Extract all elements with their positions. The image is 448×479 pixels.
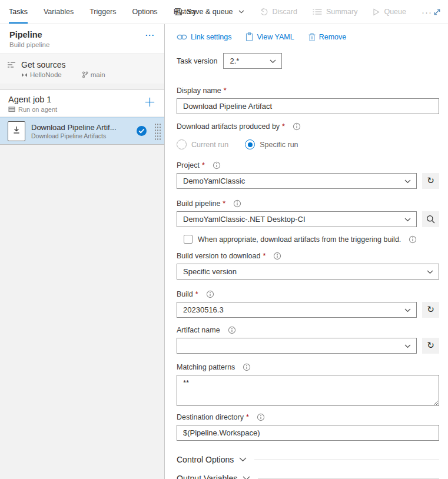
chevron-down-icon	[404, 308, 411, 312]
link-settings-button[interactable]: Link settings	[177, 33, 231, 41]
tab-tasks[interactable]: Tasks	[9, 0, 28, 24]
pipeline-subtitle: Build pipeline	[9, 41, 49, 48]
top-toolbar: Tasks Variables Triggers Options History…	[0, 0, 448, 24]
task-selected-check-icon	[137, 126, 147, 136]
display-name-label: Display name	[177, 87, 221, 95]
agent-icon	[8, 107, 15, 113]
radio-current-run[interactable]: Current run	[177, 139, 228, 149]
display-name-input[interactable]	[177, 98, 439, 114]
info-icon[interactable]	[409, 235, 417, 244]
remove-task-button[interactable]: Remove	[308, 33, 347, 41]
tab-variables[interactable]: Variables	[44, 0, 74, 24]
build-pipeline-select[interactable]: DemoYamlClassic-.NET Desktop-CI	[177, 211, 417, 227]
pipeline-title: Pipeline	[9, 30, 49, 40]
sidebar-gap	[0, 84, 164, 89]
list-icon	[313, 8, 322, 15]
agent-job-subtitle: Run on agent	[18, 106, 57, 113]
view-yaml-button[interactable]: View YAML	[245, 32, 294, 41]
azure-repos-icon	[21, 72, 28, 78]
task-version-select[interactable]: 2.*	[223, 53, 282, 69]
output-variables-section[interactable]: Output Variables	[177, 474, 439, 479]
destination-directory-label: Destination directory	[177, 413, 244, 421]
agent-job-title: Agent job 1	[8, 95, 57, 105]
radio-circle-checked	[245, 139, 255, 149]
info-icon[interactable]	[206, 290, 214, 298]
radio-specific-run[interactable]: Specific run	[245, 139, 298, 149]
build-version-label: Build version to download	[177, 252, 260, 260]
task-version-label: Task version	[177, 57, 217, 65]
tab-options[interactable]: Options	[132, 0, 158, 24]
clipboard-icon	[245, 32, 253, 41]
matching-patterns-textarea[interactable]: **	[177, 375, 439, 406]
save-and-queue-button[interactable]: Save & queue	[174, 8, 244, 16]
pipeline-sidebar: Pipeline Build pipeline ··· Get sources …	[0, 24, 165, 479]
tab-triggers[interactable]: Triggers	[89, 0, 116, 24]
chevron-down-icon	[243, 476, 250, 479]
task-drag-handle[interactable]	[154, 122, 161, 140]
task-title: Download Pipeline Artif...	[31, 123, 131, 132]
sources-icon	[7, 61, 16, 78]
fullscreen-expand-icon[interactable]	[432, 0, 442, 24]
destination-directory-input[interactable]	[177, 425, 439, 441]
repo-name: HelloNode	[21, 71, 62, 78]
triggering-build-label: When appropriate, download artifacts fro…	[198, 235, 401, 244]
project-select[interactable]: DemoYamlClassic	[177, 173, 417, 189]
task-subtitle: Download Pipeline Artifacts	[31, 132, 131, 139]
chevron-down-icon	[270, 59, 276, 64]
pipeline-header: Pipeline Build pipeline ···	[0, 24, 164, 54]
control-options-section[interactable]: Control Options	[177, 455, 439, 464]
agent-job-header[interactable]: Agent job 1 Run on agent	[0, 89, 164, 117]
chevron-down-icon	[404, 218, 411, 222]
link-icon	[177, 34, 187, 41]
get-sources-label: Get sources	[21, 60, 157, 69]
chevron-down-icon	[404, 179, 411, 184]
project-label: Project	[177, 161, 200, 169]
info-icon[interactable]	[243, 363, 251, 371]
info-icon[interactable]	[293, 122, 301, 131]
triggering-build-checkbox[interactable]	[184, 235, 193, 244]
get-sources-item[interactable]: Get sources HelloNode main	[0, 54, 164, 84]
add-task-button[interactable]	[144, 96, 156, 108]
refresh-project-button[interactable]: ↻	[422, 173, 439, 189]
save-icon	[174, 8, 182, 16]
discard-button[interactable]: Discard	[260, 8, 297, 16]
artifact-name-select[interactable]	[177, 338, 417, 354]
info-icon[interactable]	[273, 252, 281, 260]
build-select[interactable]: 20230516.3	[177, 302, 417, 318]
pipeline-tabs: Tasks Variables Triggers Options History	[0, 0, 160, 24]
trash-icon	[308, 33, 316, 41]
info-icon[interactable]	[257, 413, 265, 421]
chevron-down-icon	[239, 457, 247, 462]
section-divider	[258, 478, 439, 479]
refresh-build-button[interactable]: ↻	[422, 302, 439, 318]
chevron-down-icon	[427, 270, 433, 274]
toolbar-commands: Save & queue Discard Summary Queue ···	[174, 0, 432, 24]
pipeline-menu-button[interactable]: ···	[145, 30, 155, 40]
task-actions: Link settings View YAML Remove	[177, 32, 448, 41]
info-icon[interactable]	[213, 161, 221, 169]
task-settings-panel: Link settings View YAML Remove Task vers…	[165, 24, 448, 479]
matching-patterns-label: Matching patterns	[177, 363, 235, 371]
chevron-down-icon	[238, 10, 244, 14]
produced-by-label: Download artifacts produced by	[177, 122, 280, 131]
info-icon[interactable]	[233, 199, 241, 208]
section-divider	[254, 460, 439, 460]
summary-button[interactable]: Summary	[313, 8, 357, 16]
refresh-artifact-button[interactable]: ↻	[422, 338, 439, 354]
search-build-pipeline-button[interactable]	[422, 211, 439, 227]
undo-icon	[260, 8, 268, 16]
info-icon[interactable]	[228, 326, 236, 334]
branch-name: main	[82, 71, 105, 78]
radio-circle	[177, 139, 187, 149]
task-item-download-pipeline-artifact[interactable]: Download Pipeline Artif... Download Pipe…	[0, 117, 164, 145]
build-label: Build	[177, 290, 193, 298]
play-icon	[373, 8, 380, 16]
build-version-select[interactable]: Specific version	[177, 264, 439, 280]
queue-button[interactable]: Queue	[373, 8, 406, 16]
build-pipeline-label: Build pipeline	[177, 199, 220, 208]
more-actions-button[interactable]: ···	[422, 7, 432, 17]
chevron-down-icon	[404, 344, 411, 348]
download-artifact-task-icon	[8, 121, 25, 141]
artifact-name-label: Artifact name	[177, 326, 220, 334]
branch-icon	[82, 71, 88, 78]
